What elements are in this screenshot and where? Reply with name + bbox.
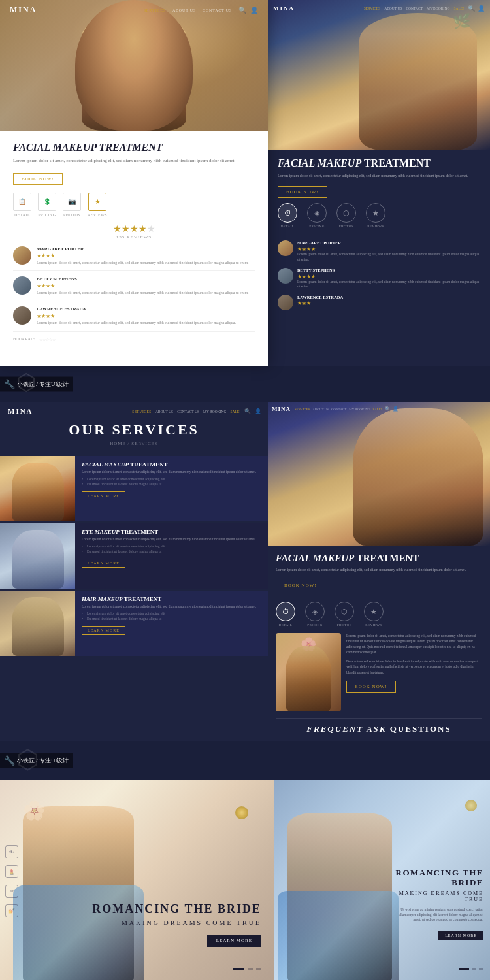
sd-tab-detail[interactable]: ⏱ DETAIL — [276, 602, 295, 627]
detail-flex-row: 🌸 Lorem ipsum dolor sit amet, consectetu… — [276, 633, 482, 711]
service-detail-figure — [353, 408, 483, 546]
detail-book-btn[interactable]: BOOK NOW! — [346, 681, 396, 693]
wedding-left: 🌸 👁 💄 ✂ 💅 ROMANCING THE BRIDE MAKING DRE… — [0, 780, 274, 980]
service-hair-name-rest: TREATMENT — [123, 596, 161, 602]
right-nav-contact[interactable]: CONTACT — [406, 7, 423, 10]
tab-pricing[interactable]: 💲 PRICING — [38, 193, 56, 217]
right-book-btn[interactable]: BOOK NOW! — [278, 186, 327, 198]
services-breadcrumb: HOME / SERVICES — [13, 441, 255, 446]
detail-desc-text-2: Duis autem vel eum iriure dolor in hendr… — [346, 659, 482, 675]
reviewer-stars-3: ★★★★ — [37, 313, 236, 319]
sd-search-icon[interactable]: 🔍 — [385, 406, 391, 412]
right-review-content-1: MARGARET PORTER ★★★★ Lorem ipsum dolor s… — [297, 240, 480, 262]
right-nav-services[interactable]: SERVICES — [364, 7, 381, 10]
service-eye-bullet-2: •Euismod tincidunt ut laoreet dolore mag… — [82, 549, 261, 553]
service-hair-name-italic: HAIR MAKEUP — [82, 596, 123, 602]
reviewer-stars-2: ★★★★ — [37, 283, 249, 289]
right-nav: SERVICES ABOUT US CONTACT MY BOOKING SAL… — [364, 7, 464, 10]
nav-contact[interactable]: CONTACT US — [203, 8, 232, 12]
services-logo: MINA — [8, 407, 33, 415]
search-icon[interactable]: 🔍 — [238, 7, 246, 14]
right-tab-photos[interactable]: ⬡ PHOTOS — [336, 203, 356, 228]
sd-tab-reviews-icon: ★ — [364, 602, 384, 621]
sidebar-icon-3[interactable]: ✂ — [5, 885, 18, 898]
tab-reviews[interactable]: ★ REVIEWS — [88, 193, 107, 217]
tab-photos[interactable]: 📷 PHOTOS — [63, 193, 81, 217]
book-now-button[interactable]: BOOK NOW! — [13, 173, 63, 185]
pagination-right — [459, 968, 483, 970]
right-hero-bg: 🌿 MINA SERVICES ABOUT US CONTACT MY BOOK… — [268, 0, 490, 150]
service-card-hair: HAIR MAKEUP TREATMENT Lorem ipsum dolor … — [0, 591, 268, 656]
service-hair-info: HAIR MAKEUP TREATMENT Lorem ipsum dolor … — [75, 591, 268, 656]
service-facial-learn-more[interactable]: LEARN MORE — [82, 491, 125, 500]
right-tab-reviews[interactable]: ★ REVIEWS — [366, 203, 385, 228]
sidebar-icon-1[interactable]: 👁 — [5, 845, 18, 858]
sd-nav-about[interactable]: ABOUT US — [312, 408, 329, 411]
right-tab-photos-label: PHOTOS — [339, 225, 353, 228]
service-facial-name-italic: FACIAL MAKEUP — [82, 461, 129, 468]
detail-woman-shape — [286, 646, 331, 711]
service-detail-book-btn[interactable]: BOOK NOW! — [276, 580, 325, 591]
services-nav-sale[interactable]: SALE! — [230, 410, 240, 414]
woman-silhouette — [82, 13, 186, 131]
sd-nav-services[interactable]: SERVICES — [295, 408, 310, 411]
sd-tab-photos[interactable]: ⬡ PHOTOS — [335, 602, 354, 627]
tab-detail[interactable]: 📋 DETAIL — [13, 193, 31, 217]
sd-nav-sale[interactable]: SALE! — [372, 408, 382, 411]
topbar-icons: 🔍 👤 — [238, 7, 258, 14]
right-review-1: MARGARET PORTER ★★★★ Lorem ipsum dolor s… — [278, 240, 480, 262]
services-nav-about[interactable]: ABOUT US — [155, 410, 173, 414]
services-user-icon[interactable]: 👤 — [255, 408, 261, 414]
right-tab-pricing[interactable]: ◈ PRICING — [307, 203, 327, 228]
service-hair-learn-more[interactable]: LEARN MORE — [82, 626, 125, 635]
sd-nav-booking[interactable]: MY BOOKING — [349, 408, 370, 411]
sd-user-icon[interactable]: 👤 — [393, 406, 399, 412]
right-review-2: BETTY STEPHENS ★★★★ Lorem ipsum dolor si… — [278, 268, 480, 289]
nav-about[interactable]: ABOUT US — [172, 8, 196, 12]
services-search-icon[interactable]: 🔍 — [244, 408, 251, 414]
topbar-left: MINA SERVICES ABOUT US CONTACT US 🔍 👤 — [0, 0, 268, 20]
right-reviewer-name-1: MARGARET PORTER — [297, 240, 480, 245]
service-eye-info: EYE MAKEUP TREATMENT Lorem ipsum dolor s… — [75, 523, 268, 589]
right-tab-reviews-label: REVIEWS — [367, 225, 384, 228]
nav-left[interactable]: SERVICES ABOUT US CONTACT US — [144, 8, 232, 12]
service-eye-name-rest: TREATMENT — [120, 529, 158, 535]
tab-photos-icon: 📷 — [63, 193, 81, 211]
service-eye-learn-more[interactable]: LEARN MORE — [82, 559, 125, 568]
right-user-icon[interactable]: 👤 — [478, 5, 485, 12]
right-tab-detail[interactable]: ⏱ DETAIL — [278, 203, 297, 228]
wedding-learn-more-left[interactable]: LEARN MORE — [207, 935, 261, 947]
page-dot-active-right — [459, 968, 469, 970]
service-detail-logo: MINA — [272, 406, 291, 412]
review-text-2: Lorem ipsum dolor sit amet, consectetur … — [37, 290, 249, 295]
right-nav-booking[interactable]: MY BOOKING — [427, 7, 449, 10]
wedding-section: 🌸 👁 💄 ✂ 💅 ROMANCING THE BRIDE MAKING DRE… — [0, 780, 490, 980]
services-nav-booking[interactable]: MY BOOKING — [203, 410, 226, 414]
page-dot-1-left — [248, 968, 253, 970]
sd-tab-pricing[interactable]: ◈ PRICING — [305, 602, 325, 627]
sd-nav-contact[interactable]: CONTACT — [331, 408, 346, 411]
services-nav-contact[interactable]: CONTACT US — [177, 410, 199, 414]
sd-tab-reviews[interactable]: ★ REVIEWS — [364, 602, 384, 627]
nav-services[interactable]: SERVICES — [144, 8, 166, 12]
right-logo: MINA — [273, 5, 364, 12]
right-nav-sale[interactable]: SALE! — [453, 7, 464, 10]
right-leaf-decoration: 🌿 — [453, 13, 470, 30]
sidebar-icon-2[interactable]: 💄 — [5, 865, 18, 878]
user-icon[interactable]: 👤 — [250, 7, 258, 14]
right-search-icon[interactable]: 🔍 — [468, 5, 475, 12]
avatar-3 — [13, 306, 31, 325]
service-facial-bullet-1: •Lorem ipsum dolor sit amet consectetur … — [82, 477, 261, 481]
review-item-1: MARGARET PORTER ★★★★ Lorem ipsum dolor s… — [13, 246, 255, 271]
right-reviewer-name-3: LAWRENCE ESTRADA — [297, 295, 343, 299]
right-nav-about[interactable]: ABOUT US — [384, 7, 402, 10]
eye-figure — [12, 530, 64, 589]
wedding-learn-more-right[interactable]: LEARN MORE — [438, 931, 483, 940]
review-content-3: LAWRENCE ESTRADA ★★★★ Lorem ipsum dolor … — [37, 306, 236, 325]
right-tabs: ⏱ DETAIL ◈ PRICING ⬡ PHOTOS ★ REVIEWS — [278, 203, 480, 228]
faq-title-rest: QUESTIONS — [387, 724, 451, 734]
sidebar-icon-4[interactable]: 💅 — [5, 904, 18, 917]
service-card-facial: FACIAL MAKEUP TREATMENT Lorem ipsum dolo… — [0, 456, 268, 521]
services-nav-services[interactable]: SERVICES — [132, 410, 152, 414]
service-eye-bullet-1: •Lorem ipsum dolor sit amet consectetur … — [82, 544, 261, 548]
